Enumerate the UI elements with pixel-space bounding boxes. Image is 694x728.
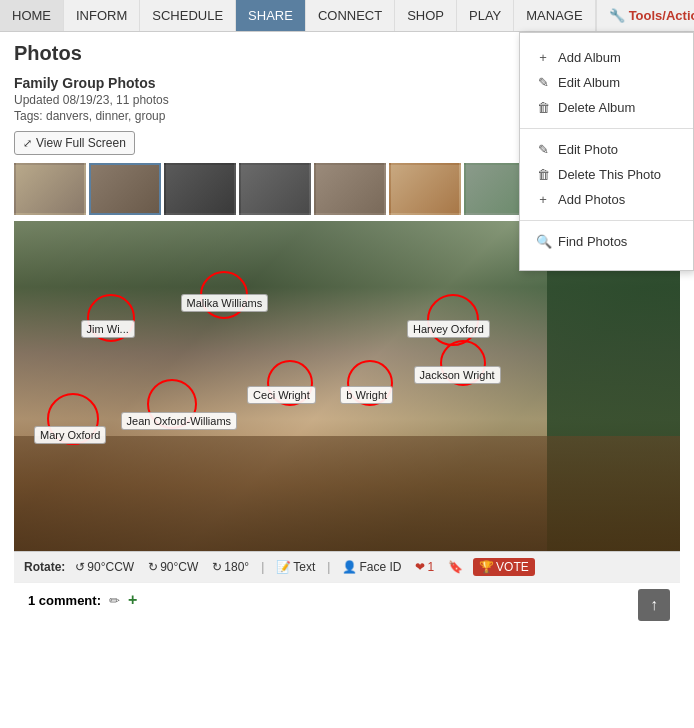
edit-photo-label: Edit Photo: [558, 142, 618, 157]
vote-label: VOTE: [496, 560, 529, 574]
face-label-jim[interactable]: Jim Wi...: [81, 320, 135, 338]
fullscreen-icon: ⤢: [23, 137, 32, 150]
delete-photo-item[interactable]: 🗑 Delete This Photo: [520, 162, 693, 187]
text-button[interactable]: 📝 Text: [272, 558, 319, 576]
add-album-label: Add Album: [558, 50, 621, 65]
tools-dropdown-menu: + Add Album ✎ Edit Album 🗑 Delete Album …: [519, 32, 694, 271]
wrench-icon: 🔧: [609, 8, 625, 23]
sep-2: |: [327, 560, 330, 574]
rotate-cw-icon: ↻: [148, 560, 158, 574]
rotate-180-icon: ↻: [212, 560, 222, 574]
face-id-label: Face ID: [359, 560, 401, 574]
add-photos-icon: +: [536, 192, 550, 207]
rotate-ccw-icon: ↺: [75, 560, 85, 574]
nav-manage[interactable]: MANAGE: [514, 0, 595, 31]
face-label-mary[interactable]: Mary Oxford: [34, 426, 107, 444]
rotate-cw-button[interactable]: ↻ 90°CW: [144, 558, 202, 576]
photo-toolbar: Rotate: ↺ 90°CCW ↻ 90°CW ↻ 180° | 📝 Text…: [14, 551, 680, 582]
delete-album-label: Delete Album: [558, 100, 635, 115]
nav-connect[interactable]: CONNECT: [306, 0, 395, 31]
dropdown-section-album: + Add Album ✎ Edit Album 🗑 Delete Album: [520, 41, 693, 129]
edit-icon: ✎: [536, 75, 550, 90]
rotate-180-button[interactable]: ↻ 180°: [208, 558, 253, 576]
delete-photo-label: Delete This Photo: [558, 167, 661, 182]
add-photos-item[interactable]: + Add Photos: [520, 187, 693, 212]
delete-album-icon: 🗑: [536, 100, 550, 115]
sep-1: |: [261, 560, 264, 574]
find-photos-item[interactable]: 🔍 Find Photos: [520, 229, 693, 254]
thumbnail-4[interactable]: [239, 163, 311, 215]
edit-photo-icon: ✎: [536, 142, 550, 157]
thumbnail-3[interactable]: [164, 163, 236, 215]
rotate-ccw-button[interactable]: ↺ 90°CCW: [71, 558, 138, 576]
scroll-to-top-button[interactable]: ↑: [638, 589, 670, 621]
thumbnail-5[interactable]: [314, 163, 386, 215]
face-label-bob[interactable]: b Wright: [340, 386, 393, 404]
face-id-button[interactable]: 👤 Face ID: [338, 558, 405, 576]
nav-shop[interactable]: SHOP: [395, 0, 457, 31]
nav-schedule[interactable]: SCHEDULE: [140, 0, 236, 31]
nav-inform[interactable]: INFORM: [64, 0, 140, 31]
dropdown-section-find: 🔍 Find Photos: [520, 225, 693, 262]
arrow-up-icon: ↑: [650, 596, 658, 614]
face-label-jean[interactable]: Jean Oxford-Williams: [121, 412, 238, 430]
heart-icon: ❤: [415, 560, 425, 574]
face-id-icon: 👤: [342, 560, 357, 574]
delete-photo-icon: 🗑: [536, 167, 550, 182]
heart-count: 1: [427, 560, 434, 574]
trophy-icon: 🏆: [479, 560, 494, 574]
find-icon: 🔍: [536, 234, 550, 249]
edit-album-label: Edit Album: [558, 75, 620, 90]
nav-play[interactable]: PLAY: [457, 0, 514, 31]
comments-bar: 1 comment: ✏ + ↑: [14, 582, 680, 617]
nav-share[interactable]: SHARE: [236, 0, 306, 31]
rotate-label: Rotate:: [24, 560, 65, 574]
delete-album-item[interactable]: 🗑 Delete Album: [520, 95, 693, 120]
view-full-screen-button[interactable]: ⤢ View Full Screen: [14, 131, 135, 155]
edit-album-item[interactable]: ✎ Edit Album: [520, 70, 693, 95]
add-photos-label: Add Photos: [558, 192, 625, 207]
vote-button[interactable]: 🏆 VOTE: [473, 558, 535, 576]
find-photos-label: Find Photos: [558, 234, 627, 249]
text-label: Text: [293, 560, 315, 574]
edit-photo-item[interactable]: ✎ Edit Photo: [520, 137, 693, 162]
add-icon: +: [536, 50, 550, 65]
comments-count: 1 comment:: [28, 593, 101, 608]
heart-button[interactable]: ❤ 1: [411, 558, 438, 576]
face-label-harvey[interactable]: Harvey Oxford: [407, 320, 490, 338]
face-label-malika[interactable]: Malika Williams: [181, 294, 269, 312]
tools-actions-button[interactable]: 🔧 Tools/Actions: [596, 0, 694, 31]
add-album-item[interactable]: + Add Album: [520, 45, 693, 70]
face-label-jackson[interactable]: Jackson Wright: [414, 366, 501, 384]
bookmark-button[interactable]: 🔖: [444, 558, 467, 576]
thumbnail-2[interactable]: [89, 163, 161, 215]
text-icon: 📝: [276, 560, 291, 574]
comment-icon[interactable]: ✏: [109, 593, 120, 608]
dropdown-section-photo: ✎ Edit Photo 🗑 Delete This Photo + Add P…: [520, 133, 693, 221]
rotate-cw-label: 90°CW: [160, 560, 198, 574]
thumbnail-1[interactable]: [14, 163, 86, 215]
add-comment-button[interactable]: +: [128, 591, 137, 609]
nav-home[interactable]: HOME: [0, 0, 64, 31]
bookmark-icon: 🔖: [448, 560, 463, 574]
rotate-180-label: 180°: [224, 560, 249, 574]
rotate-ccw-label: 90°CCW: [87, 560, 134, 574]
face-label-ceci[interactable]: Ceci Wright: [247, 386, 316, 404]
thumbnail-6[interactable]: [389, 163, 461, 215]
